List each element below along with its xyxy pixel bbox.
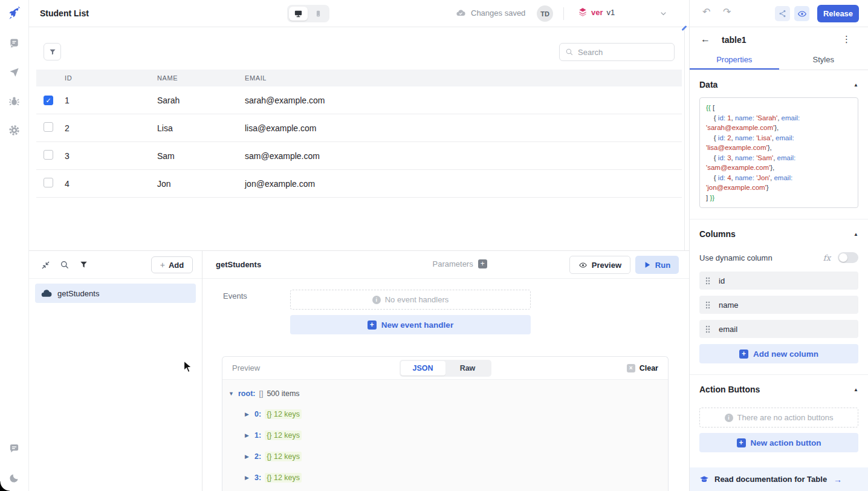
back-arrow-icon[interactable]: ← — [701, 34, 710, 45]
cell-id: 3 — [65, 151, 70, 161]
query-run-button[interactable]: Run — [635, 256, 679, 274]
add-parameter-icon[interactable]: + — [478, 259, 487, 268]
row-checkbox[interactable] — [44, 122, 53, 132]
filter-queries-icon[interactable] — [79, 260, 89, 270]
new-action-button[interactable]: + New action button — [699, 433, 858, 452]
no-event-handlers-text: No event handlers — [385, 295, 449, 304]
code-line: ] }} — [706, 193, 852, 203]
dark-mode-moon-icon[interactable] — [8, 472, 21, 484]
column-list: idnameemail — [699, 272, 858, 338]
clear-response-button[interactable]: × Clear — [627, 364, 658, 372]
new-event-handler-button[interactable]: + New event handler — [290, 315, 531, 334]
tree-item-key: 2: — [254, 452, 261, 461]
column-name: name — [719, 301, 739, 310]
column-header-name[interactable]: NAME — [157, 74, 178, 82]
table-row[interactable]: 4Jonjon@example.com — [36, 170, 682, 198]
add-new-column-button[interactable]: + Add new column — [699, 344, 858, 363]
plus-icon: + — [739, 350, 748, 359]
mobile-view-button[interactable] — [309, 7, 328, 21]
query-title[interactable]: getStudents — [216, 260, 261, 269]
collapse-panel-icon[interactable] — [40, 260, 51, 270]
drag-handle-icon[interactable] — [705, 301, 710, 309]
version-prefix: ver — [591, 8, 603, 17]
query-list-pane: + Add getStudents — [29, 251, 202, 491]
expand-node-icon[interactable]: ▶ — [245, 411, 251, 417]
tree-item-key: 3: — [254, 473, 261, 482]
table-row[interactable]: 2Lisalisa@example.com — [36, 114, 682, 142]
row-checkbox[interactable] — [44, 178, 53, 187]
checkbox-cell: ✓ — [36, 95, 65, 106]
expand-node-icon[interactable]: ▶ — [245, 454, 251, 460]
tree-root-summary: 500 items — [267, 389, 299, 398]
widget-name[interactable]: table1 — [722, 35, 746, 45]
tree-item[interactable]: ▶2:{} 12 keys — [245, 450, 668, 463]
search-input[interactable] — [578, 48, 669, 57]
column-item[interactable]: name — [699, 296, 858, 314]
chat-feedback-icon[interactable] — [8, 443, 21, 455]
row-checkbox[interactable] — [44, 150, 53, 160]
tree-root[interactable]: ▼ root: [] 500 items — [228, 387, 668, 400]
query-list-item-getstudents[interactable]: getStudents — [35, 284, 196, 303]
preview-eye-icon[interactable] — [794, 6, 809, 21]
collapse-node-icon[interactable]: ▼ — [228, 391, 235, 397]
new-event-handler-label: New event handler — [381, 320, 453, 330]
editor-pages-icon[interactable] — [8, 37, 21, 49]
settings-gear-icon[interactable] — [8, 124, 21, 136]
collapse-section-icon[interactable]: ▲ — [853, 387, 858, 392]
column-header-id[interactable]: ID — [65, 74, 72, 82]
row-checkbox[interactable]: ✓ — [44, 96, 53, 105]
column-name: id — [719, 276, 725, 285]
cell-email: jon@example.com — [245, 179, 315, 189]
collapse-section-icon[interactable]: ▲ — [853, 82, 858, 88]
column-item[interactable]: id — [699, 272, 858, 290]
query-panel: + Add getStudents getStudents Parameters… — [29, 250, 689, 491]
column-item[interactable]: email — [699, 320, 858, 338]
tab-styles[interactable]: Styles — [779, 54, 868, 70]
collapse-section-icon[interactable]: ▲ — [853, 232, 858, 237]
parameters-group: Parameters + — [433, 259, 487, 268]
data-section-title: Data — [699, 80, 717, 89]
code-line: { id: 3, name: 'Sam', email: 'sam@exampl… — [706, 153, 852, 173]
run-label: Run — [655, 261, 670, 270]
data-code[interactable]: {{ [ { id: 1, name: 'Sarah', email: 'sar… — [699, 97, 858, 208]
kebab-menu-icon[interactable]: ⋮ — [842, 34, 851, 45]
table-row[interactable]: 3Samsam@example.com — [36, 142, 682, 170]
response-title: Preview — [232, 363, 260, 372]
tree-item[interactable]: ▶1:{} 12 keys — [245, 429, 668, 441]
desktop-view-button[interactable] — [289, 7, 308, 21]
drag-handle-icon[interactable] — [705, 325, 710, 333]
release-button[interactable]: Release — [817, 5, 859, 22]
tree-item[interactable]: ▶0:{} 12 keys — [245, 408, 668, 420]
user-avatar[interactable]: TD — [537, 5, 553, 22]
query-preview-button[interactable]: Preview — [569, 256, 630, 274]
expand-node-icon[interactable]: ▶ — [245, 475, 251, 481]
expand-node-icon[interactable]: ▶ — [245, 432, 251, 438]
search-queries-icon[interactable] — [60, 260, 70, 270]
action-buttons-section: Action Buttons ▲ i There are no action b… — [690, 375, 868, 463]
debug-bug-icon[interactable] — [8, 95, 21, 107]
redo-icon[interactable]: ↷ — [723, 7, 731, 17]
cell-name: Sam — [157, 151, 175, 161]
column-header-email[interactable]: EMAIL — [245, 74, 267, 82]
new-action-button-label: New action button — [751, 438, 821, 447]
tab-properties[interactable]: Properties — [690, 54, 779, 70]
send-cursor-icon[interactable] — [8, 66, 21, 78]
version-selector[interactable]: ver v1 — [578, 7, 615, 17]
table-filter-button[interactable] — [44, 43, 61, 60]
query-editor-header: getStudents Parameters + Preview Run — [202, 251, 689, 279]
dynamic-column-toggle[interactable] — [838, 252, 858, 263]
canvas[interactable]: ID NAME EMAIL ✓1Sarahsarah@example.com2L… — [29, 27, 685, 250]
add-query-button[interactable]: + Add — [151, 256, 193, 273]
tab-raw[interactable]: Raw — [445, 361, 490, 376]
table-row[interactable]: ✓1Sarahsarah@example.com — [36, 86, 682, 114]
undo-icon[interactable]: ↶ — [702, 7, 710, 17]
share-icon[interactable] — [775, 6, 790, 21]
read-documentation-link[interactable]: Read documentation for Table → — [690, 467, 868, 491]
drag-handle-icon[interactable] — [705, 277, 710, 285]
fx-binding-icon[interactable]: fx — [823, 253, 831, 262]
tree-item[interactable]: ▶3:{} 12 keys — [245, 471, 668, 484]
chevron-down-icon[interactable] — [659, 9, 668, 20]
tab-json[interactable]: JSON — [401, 361, 445, 376]
app-logo-rocket-icon[interactable] — [6, 5, 23, 22]
table-search — [559, 43, 675, 61]
